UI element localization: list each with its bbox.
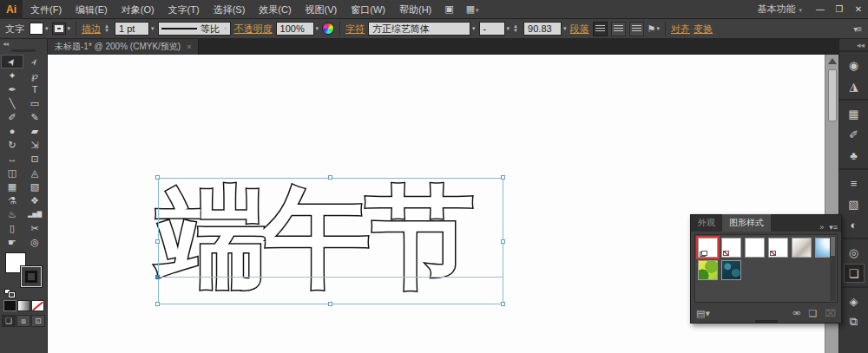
restore-button[interactable]: ❒ (830, 2, 849, 17)
swatches-panel-icon[interactable]: ▦ (844, 104, 865, 123)
mesh-tool[interactable]: ▦ (1, 180, 23, 193)
style-swatch-teal-swirl[interactable] (721, 260, 741, 280)
artboard-tool[interactable]: ▯ (1, 221, 23, 235)
shape-builder-tool[interactable]: ◫ (1, 166, 23, 180)
pen-tool[interactable]: ✒ (1, 82, 23, 96)
stroke-profile-select[interactable]: 等比▾ (158, 22, 231, 36)
tools-collapse-icon[interactable]: ◂◂ (0, 39, 47, 49)
style-libraries-menu-icon[interactable]: ▤▾ (696, 308, 710, 319)
layers-panel-icon[interactable]: ◈ (844, 291, 865, 311)
transparency-panel-icon[interactable]: ◐ (844, 215, 865, 234)
styles-scrollbar[interactable] (830, 236, 836, 301)
delete-graphic-style-icon[interactable]: ⌧ (825, 308, 836, 319)
align-panel-link[interactable]: 对齐 (671, 23, 690, 36)
brushes-panel-icon[interactable]: ✐ (844, 125, 865, 144)
none-button[interactable] (31, 300, 44, 311)
opacity-field[interactable]: 100%▾ (276, 22, 319, 36)
recolor-artwork-icon[interactable] (322, 23, 334, 35)
slice-tool[interactable]: ✂ (23, 221, 46, 235)
handle-bottom-right[interactable] (501, 302, 505, 306)
tools-grip[interactable] (11, 49, 36, 52)
handle-bottom-center[interactable] (328, 302, 332, 306)
gradient-panel-icon[interactable]: ▧ (844, 194, 865, 213)
paintbrush-tool[interactable]: ✐ (1, 110, 23, 124)
document-tab[interactable]: 未标题-1* @ 200% (CMYK/预览) × (48, 39, 199, 55)
menu-select[interactable]: 选择(S) (207, 0, 252, 19)
stroke-panel-icon[interactable]: ≡ (844, 173, 865, 193)
opacity-panel-link[interactable]: 不透明度 (234, 23, 273, 36)
style-swatch-no-fill[interactable] (721, 238, 741, 258)
draw-normal-mode-button[interactable]: ❏ (2, 315, 16, 327)
tab-graphic-styles[interactable]: 图形样式 (722, 214, 771, 232)
free-transform-tool[interactable]: ⊡ (23, 152, 46, 166)
hand-tool[interactable]: ☛ (1, 235, 23, 249)
width-tool[interactable]: ↔ (1, 152, 23, 166)
eraser-tool[interactable]: ▰ (23, 124, 46, 138)
handle-middle-left[interactable] (155, 239, 160, 244)
menu-file[interactable]: 文件(F) (24, 0, 68, 19)
align-right-button[interactable] (629, 22, 644, 36)
appearance-panel-icon[interactable]: ◎ (844, 243, 865, 262)
style-swatch-green-leaf[interactable] (698, 260, 718, 280)
line-segment-tool[interactable]: ╲ (1, 96, 23, 110)
arrange-documents-icon[interactable]: ▦▾ (461, 3, 484, 15)
stroke-weight-field[interactable]: 1 pt▾ (115, 22, 155, 36)
direct-selection-tool[interactable]: ➢ (23, 55, 46, 69)
type-tool[interactable]: T (23, 82, 46, 96)
blob-brush-tool[interactable]: ● (1, 124, 23, 138)
scale-tool[interactable]: ⇲ (23, 138, 46, 152)
menu-type[interactable]: 文字(T) (162, 0, 206, 19)
panel-collapse-icon[interactable]: » (819, 223, 824, 232)
stroke-weight-stepper[interactable]: ▲▼ (104, 24, 111, 33)
font-size-stepper[interactable]: ▲▼ (513, 24, 520, 33)
perspective-grid-tool[interactable]: ◬ (23, 166, 46, 180)
menu-view[interactable]: 视图(V) (299, 0, 344, 19)
make-envelope-button[interactable]: ⚑▾ (648, 23, 660, 35)
minimize-button[interactable]: — (811, 2, 830, 17)
close-button[interactable]: ✕ (849, 2, 868, 17)
scroll-up-arrow-icon[interactable] (828, 58, 837, 64)
menu-effect[interactable]: 效果(C) (253, 0, 297, 19)
symbol-sprayer-tool[interactable]: ♨ (1, 207, 23, 221)
font-style-select[interactable]: -▾ (479, 22, 510, 36)
scrollbar-thumb[interactable] (828, 69, 837, 121)
selection-tool[interactable]: ➤ (1, 55, 23, 69)
control-panel-menu-icon[interactable]: ▾≡ (853, 24, 863, 34)
bridge-icon[interactable]: ▣ (439, 3, 458, 15)
pencil-tool[interactable]: ✎ (23, 110, 46, 124)
new-graphic-style-icon[interactable]: ❏ (808, 308, 817, 319)
magic-wand-tool[interactable]: ✦ (1, 69, 23, 82)
style-swatch-default[interactable] (698, 238, 718, 258)
style-swatch-silver-bevel[interactable] (792, 238, 812, 258)
draw-behind-mode-button[interactable]: ⧈ (16, 315, 30, 327)
menu-edit[interactable]: 编辑(E) (69, 0, 114, 19)
stroke-color-picker[interactable]: ▾ (52, 23, 71, 35)
panel-menu-icon[interactable]: ▾≡ (829, 223, 838, 232)
graphic-styles-panel-icon[interactable]: ❏ (844, 264, 865, 283)
rotate-tool[interactable]: ↻ (1, 138, 23, 152)
stroke-color-well[interactable] (21, 266, 42, 287)
color-button[interactable] (3, 300, 16, 311)
color-guide-panel-icon[interactable]: ◮ (844, 76, 865, 95)
blend-tool[interactable]: ❖ (23, 193, 46, 207)
handle-middle-right[interactable] (501, 239, 505, 244)
lasso-tool[interactable]: ℘ (23, 69, 46, 82)
tab-close-icon[interactable]: × (187, 42, 191, 51)
font-size-field[interactable]: 90.83▾ (523, 22, 567, 36)
menu-object[interactable]: 对象(O) (115, 0, 161, 19)
style-swatch-plain-white[interactable] (745, 238, 765, 258)
paragraph-panel-link[interactable]: 段落 (570, 23, 589, 36)
default-fill-stroke-icon[interactable] (4, 289, 15, 297)
styles-scrollbar-thumb[interactable] (831, 237, 835, 256)
fill-color-picker[interactable]: ▾ (30, 23, 49, 35)
font-family-select[interactable]: 方正综艺简体▾ (368, 22, 476, 36)
artboards-panel-icon[interactable]: ⧉ (844, 312, 865, 331)
align-left-button[interactable] (593, 22, 608, 36)
panel-resize-grip[interactable] (755, 320, 778, 323)
handle-bottom-left[interactable] (155, 302, 160, 306)
align-center-button[interactable] (611, 22, 626, 36)
style-swatch-box-slash[interactable] (768, 238, 788, 258)
workspace-switcher[interactable]: 基本功能 ▾ (750, 3, 809, 16)
eyedropper-tool[interactable]: ⚗ (1, 193, 23, 207)
draw-inside-mode-button[interactable]: ⊡ (31, 315, 45, 327)
